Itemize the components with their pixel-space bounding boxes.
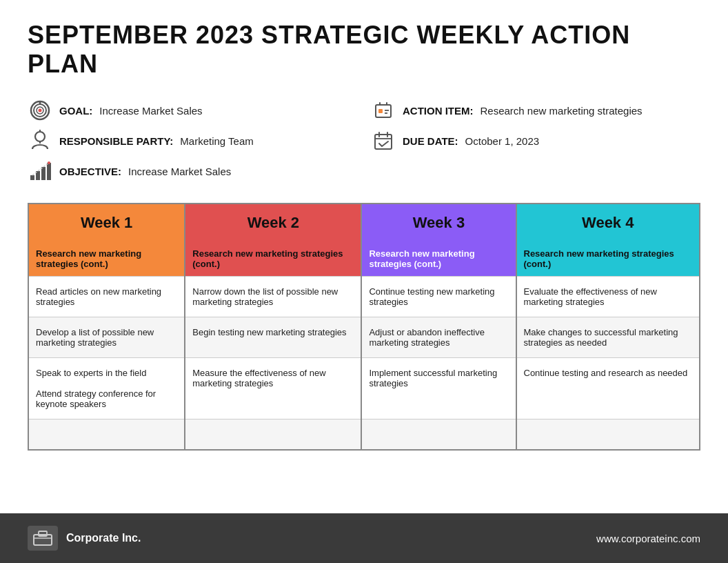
due-date-icon (371, 128, 396, 153)
w2-task2: Begin testing new marketing strategies (185, 317, 361, 358)
w1-task1: Read articles on new marketing strategie… (28, 277, 185, 317)
footer-logo-icon (28, 526, 58, 551)
goal-value: Increase Market Sales (99, 105, 202, 117)
page-title: SEPTEMBER 2023 STRATEGIC WEEKLY ACTION P… (28, 21, 700, 79)
plan-table: Week 1 Week 2 Week 3 Week 4 Research new… (28, 203, 700, 451)
goal-row: GOAL: Increase Market Sales (28, 98, 357, 123)
w3-task3: Implement successful marketing strategie… (361, 358, 516, 419)
responsible-icon (28, 128, 52, 153)
objective-value: Increase Market Sales (128, 166, 231, 177)
objective-row: OBJECTIVE: Increase Market Sales (28, 159, 357, 184)
w1-task4 (28, 419, 185, 451)
w2-task3: Measure the effectiveness of new marketi… (185, 358, 361, 419)
svg-point-3 (39, 109, 42, 112)
svg-rect-18 (41, 167, 46, 180)
week4-sub: Research new marketing strategies (cont.… (516, 241, 700, 277)
svg-point-9 (35, 132, 45, 141)
meta-section: GOAL: Increase Market Sales ACTION ITEM:… (28, 98, 700, 184)
week2-header: Week 2 (185, 204, 361, 241)
footer-company: Corporate Inc. (66, 532, 141, 544)
svg-rect-19 (47, 163, 51, 180)
svg-rect-6 (378, 109, 383, 113)
responsible-value: Marketing Team (180, 135, 253, 147)
footer: Corporate Inc. www.corporateinc.com (0, 513, 728, 563)
w2-task4 (185, 419, 361, 451)
svg-point-20 (48, 161, 50, 164)
svg-rect-16 (30, 175, 34, 180)
due-label: DUE DATE: (403, 135, 458, 147)
svg-rect-12 (375, 135, 392, 149)
w1-task2: Develop a list of possible new marketing… (28, 317, 185, 358)
goal-icon (28, 98, 52, 123)
footer-left: Corporate Inc. (28, 526, 141, 551)
footer-url: www.corporateinc.com (596, 533, 700, 544)
week2-sub: Research new marketing strategies (cont.… (185, 241, 361, 277)
svg-rect-5 (376, 105, 391, 117)
action-row: ACTION ITEM: Research new marketing stra… (371, 98, 700, 123)
w3-task4 (361, 419, 516, 451)
w4-task4 (516, 419, 700, 451)
w4-task2: Make changes to successful marketing str… (516, 317, 700, 358)
due-value: October 1, 2023 (465, 135, 540, 147)
w3-task1: Continue testing new marketing strategie… (361, 277, 516, 317)
goal-label: GOAL: (59, 105, 92, 117)
week3-header: Week 3 (361, 204, 516, 241)
responsible-row: RESPONSIBLE PARTY: Marketing Team (28, 128, 357, 153)
w4-task3: Continue testing and research as needed (516, 358, 700, 419)
task-row-3: Speak to experts in the fieldAttend stra… (28, 358, 700, 419)
w4-task1: Evaluate the effectiveness of new market… (516, 277, 700, 317)
task-row-2: Develop a list of possible new marketing… (28, 317, 700, 358)
due-date-row: DUE DATE: October 1, 2023 (371, 128, 700, 153)
task-row-1: Read articles on new marketing strategie… (28, 277, 700, 317)
objective-icon (28, 159, 52, 184)
action-value: Research new marketing strategies (481, 105, 643, 117)
action-icon (371, 98, 396, 123)
action-label: ACTION ITEM: (403, 105, 474, 117)
w1-task3: Speak to experts in the fieldAttend stra… (28, 358, 185, 419)
w3-task2: Adjust or abandon ineffective marketing … (361, 317, 516, 358)
objective-label: OBJECTIVE: (59, 166, 121, 177)
week4-header: Week 4 (516, 204, 700, 241)
week1-header: Week 1 (28, 204, 185, 241)
w2-task1: Narrow down the list of possible new mar… (185, 277, 361, 317)
task-row-4 (28, 419, 700, 451)
week1-sub: Research new marketing strategies (cont.… (28, 241, 185, 277)
responsible-label: RESPONSIBLE PARTY: (59, 135, 173, 147)
week3-sub: Research new marketing strategies (cont.… (361, 241, 516, 277)
